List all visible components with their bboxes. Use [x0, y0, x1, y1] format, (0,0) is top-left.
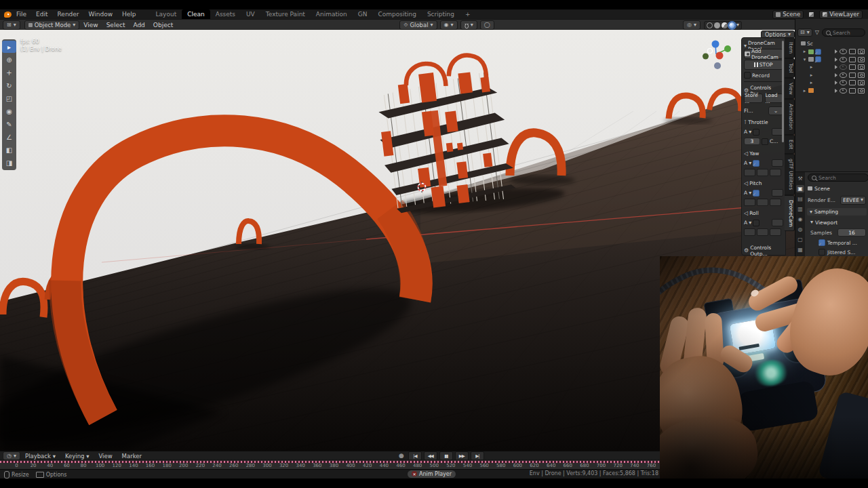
timeline-menu-view[interactable]: View [94, 453, 117, 460]
axis-slot-button[interactable] [772, 219, 783, 226]
jittered-checkbox[interactable]: ✓ [818, 249, 825, 256]
menubar-menu-file[interactable]: File [12, 11, 31, 18]
editor-type-button[interactable]: ⊞ ▾ [3, 20, 20, 30]
screen-icon[interactable] [849, 49, 856, 54]
scene-collection-row[interactable]: Sc [801, 40, 813, 47]
axis-value-field[interactable]: 3 [744, 138, 760, 145]
world-tab-icon[interactable]: ◍ [796, 226, 804, 233]
controls-output-header[interactable]: ⚙ Controls Outp... [744, 245, 783, 257]
anim-player-badge[interactable]: ✕ Anim Player [408, 470, 456, 478]
axis-slot-button[interactable] [744, 169, 755, 176]
viewport-menu-view[interactable]: View [79, 22, 102, 28]
eye-icon[interactable] [840, 88, 847, 94]
select-box-icon[interactable]: ▸ [2, 41, 16, 53]
sidebar-tab-dronecam[interactable]: DroneCam [785, 195, 795, 232]
sidebar-tab-tool[interactable]: Tool [785, 58, 795, 78]
eye-icon[interactable] [840, 64, 847, 70]
temporal-checkbox[interactable]: ✓ [818, 239, 825, 246]
expand-icon[interactable]: ▸ [809, 64, 814, 70]
object-tab-icon[interactable]: ▢ [796, 236, 804, 243]
shading-rendered-icon[interactable] [729, 22, 735, 28]
orientation-dropdown[interactable]: ⟐ Global ▾ [399, 20, 437, 30]
eye-icon[interactable] [840, 73, 847, 78]
transform-icon[interactable]: ◉ [2, 105, 16, 117]
eye-icon[interactable] [840, 57, 847, 62]
sidebar-tab-gltf-utilities[interactable]: glTF Utilities [785, 154, 795, 195]
expand-icon[interactable]: ▸ [809, 80, 814, 85]
selectable-icon[interactable] [835, 89, 837, 93]
workspace-tab-layout[interactable]: Layout [151, 9, 182, 19]
render-engine-dropdown[interactable]: EEVEE ▾ [840, 196, 866, 205]
timeline-menu-playback[interactable]: Playback ▾ [20, 453, 60, 460]
axis-slot-button[interactable] [757, 169, 768, 176]
shading-wireframe-icon[interactable] [707, 22, 713, 28]
move-icon[interactable]: + [2, 66, 16, 79]
workspace-tab-uv[interactable]: UV [241, 9, 260, 19]
screen-icon[interactable] [849, 88, 856, 94]
tool-tab-icon[interactable]: ⚒ [796, 175, 804, 182]
camera-icon[interactable] [858, 80, 865, 85]
outliner-editor-button[interactable]: ⊟ ▾ [797, 28, 812, 37]
record-icon[interactable]: ● [399, 453, 404, 459]
expand-icon[interactable]: ▾ [802, 57, 807, 62]
sidebar-tab-view[interactable]: View [785, 78, 795, 100]
selectable-icon[interactable] [835, 58, 837, 62]
selectable-icon[interactable] [835, 81, 837, 85]
selectable-icon[interactable] [835, 49, 837, 54]
workspace-tab-clean[interactable]: Clean [182, 9, 210, 19]
new-scene-icon[interactable] [809, 12, 814, 17]
camera-icon[interactable] [858, 64, 865, 70]
annotate-icon[interactable]: ✎ [2, 118, 16, 130]
axis-slot-button[interactable] [744, 228, 755, 236]
load-button[interactable]: Load ... [765, 94, 784, 103]
viewlayer-tab-icon[interactable]: ▥ [796, 205, 804, 213]
selectable-icon[interactable] [835, 65, 837, 69]
scene-selector[interactable]: Scene [772, 10, 804, 19]
cursor-icon[interactable]: ⊕ [2, 54, 16, 66]
sidebar-tab-item[interactable]: Item [785, 37, 795, 58]
jittered-row[interactable]: ✓ Jittered S... [818, 249, 855, 256]
workspace-tab-scripting[interactable]: Scripting [422, 9, 460, 19]
filter-icon[interactable]: ▽ [815, 30, 819, 35]
axis-slot-button[interactable] [772, 189, 783, 197]
workspace-tab-gn[interactable]: GN [353, 9, 373, 19]
measure-icon[interactable]: ∠ [2, 131, 16, 143]
temporal-row[interactable]: ✓ Temporal ... [818, 239, 857, 246]
menubar-menu-edit[interactable]: Edit [31, 11, 52, 18]
rotate-icon[interactable]: ↻ [2, 79, 16, 92]
screen-icon[interactable] [849, 57, 856, 62]
outliner-row[interactable]: ▸ [800, 72, 865, 79]
axis-slot-button[interactable] [744, 199, 755, 206]
store-button[interactable]: Store ... [744, 94, 763, 103]
collection-checkbox[interactable]: ✓ [815, 56, 821, 62]
screen-icon[interactable] [849, 73, 856, 78]
workspace-tab-animation[interactable]: Animation [311, 9, 353, 19]
viewport-menu-add[interactable]: Add [129, 22, 149, 28]
properties-search[interactable]: Search [808, 174, 868, 182]
axis-enable-checkbox[interactable]: ✓ [753, 129, 760, 136]
blender-logo-icon[interactable] [4, 12, 12, 18]
scene-tab-icon[interactable]: ◉ [796, 216, 804, 223]
axis-enable-checkbox[interactable]: ✓ [753, 160, 760, 167]
workspace-tab-compositing[interactable]: Compositing [372, 9, 421, 19]
outliner-search[interactable]: Search [822, 28, 865, 37]
camera-icon[interactable] [858, 73, 865, 78]
camera-icon[interactable] [858, 88, 865, 94]
pivot-dropdown[interactable]: ◉ ▾ [440, 20, 458, 30]
axis-slot-button[interactable] [770, 199, 781, 206]
shading-material-icon[interactable] [722, 22, 728, 28]
viewlayer-selector[interactable]: ViewLayer [819, 10, 863, 19]
render-tab-icon[interactable]: ▣ [796, 185, 804, 192]
record-row[interactable]: ✓ Record [744, 72, 783, 79]
chevron-down-icon[interactable]: ▾ [749, 129, 751, 135]
workspace-tab-+[interactable]: + [460, 9, 476, 19]
outliner-row[interactable]: ▸ [800, 64, 865, 70]
output-tab-icon[interactable]: ▤ [796, 195, 804, 203]
expand-icon[interactable]: ▸ [802, 49, 807, 54]
menubar-menu-window[interactable]: Window [84, 11, 118, 18]
axis-c-checkbox[interactable]: ✓ [762, 138, 768, 145]
chevron-down-icon[interactable]: ▾ [749, 161, 751, 166]
add-dronecam-button[interactable]: Add DroneCam [744, 49, 783, 59]
overlays-dropdown[interactable]: ◎ ▾ [683, 20, 701, 30]
axis-enable-checkbox[interactable]: ✓ [753, 220, 760, 226]
